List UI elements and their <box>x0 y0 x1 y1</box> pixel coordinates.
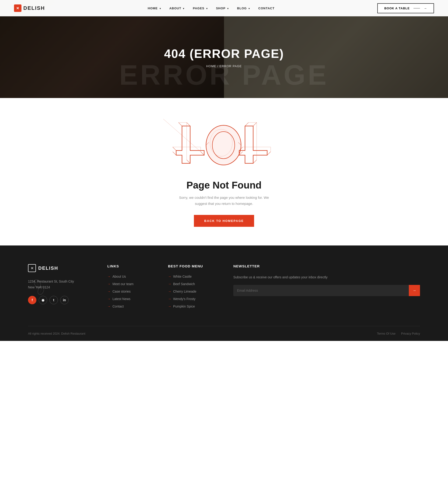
link-contact[interactable]: → Contact <box>107 305 154 308</box>
svg-line-16 <box>245 122 248 126</box>
list-item: → Meet our team <box>107 282 154 286</box>
twitter-icon[interactable]: t <box>49 296 58 304</box>
list-item: → Case stories <box>107 289 154 293</box>
footer-links-list: → About Us → Meet our team → Case storie… <box>107 275 154 308</box>
arrow-icon: → <box>168 289 171 293</box>
list-item: → Contact <box>107 305 154 308</box>
svg-line-2 <box>187 122 190 126</box>
email-form: → <box>233 285 420 296</box>
footer: ✕ DELISH 1234, Restaurant St, South City… <box>0 245 448 341</box>
back-to-homepage-button[interactable]: BACK TO HOMEPAGE <box>194 215 254 227</box>
footer-logo-text: DELISH <box>38 265 58 271</box>
nav-about[interactable]: ABOUT ▾ <box>169 7 184 10</box>
list-item: → Wendy's Frosty <box>168 297 219 301</box>
breadcrumb-sep: / <box>217 64 219 68</box>
footer-col-newsletter: NEWSLETTER Subscribe us & receive our of… <box>233 264 420 312</box>
arrow-icon: → <box>107 282 111 286</box>
menu-beef-sandwich[interactable]: → Beef Sandwich <box>168 282 219 286</box>
link-latest-news[interactable]: → Latest News <box>107 297 154 301</box>
terms-link[interactable]: Terms Of Use <box>377 332 395 335</box>
link-meet-team[interactable]: → Meet our team <box>107 282 154 286</box>
svg-line-17 <box>253 122 257 126</box>
arrow-icon: → <box>107 275 111 278</box>
arrow-icon: → <box>168 275 171 278</box>
list-item: → About Us <box>107 275 154 278</box>
nav-blog[interactable]: BLOG ▾ <box>237 7 250 10</box>
newsletter-description: Subscribe us & receive our offers and up… <box>233 275 420 280</box>
breadcrumb: HOME / ERROR PAGE <box>206 64 242 68</box>
hero-title: 404 (ERROR PAGE) <box>164 47 284 61</box>
logo-text: DELISH <box>23 5 45 11</box>
footer-col-menu: BEST FOOD MENU → White Castle → Beef San… <box>168 264 219 312</box>
privacy-link[interactable]: Privacy Policy <box>401 332 420 335</box>
link-about-us[interactable]: → About Us <box>107 275 154 278</box>
main-nav: HOME ▾ ABOUT ▾ PAGES ▾ SHOP ▾ BLOG ▾ CON… <box>148 7 275 10</box>
breadcrumb-home: HOME <box>206 64 216 68</box>
arrow-icon: → <box>168 305 171 308</box>
linkedin-icon[interactable]: in <box>60 296 69 304</box>
svg-line-23 <box>36 280 39 287</box>
menu-wendys-frosty[interactable]: → Wendy's Frosty <box>168 297 219 301</box>
list-item: → Pumpkin Spice <box>168 305 219 308</box>
footer-bottom: All rights received 2024. Delish Restaur… <box>28 326 420 341</box>
error-404-graphic <box>163 117 285 173</box>
nav-shop[interactable]: SHOP ▾ <box>216 7 229 10</box>
nav-pages[interactable]: PAGES ▾ <box>193 7 207 10</box>
footer-logo[interactable]: ✕ DELISH <box>28 264 93 272</box>
arrow-icon: → <box>168 282 171 286</box>
email-submit-button[interactable]: → <box>409 285 420 296</box>
svg-marker-0 <box>176 126 204 163</box>
arrow-icon: → <box>107 289 111 293</box>
svg-marker-15 <box>239 126 267 163</box>
svg-line-6 <box>173 152 176 155</box>
error-title: Page Not Found <box>186 180 262 191</box>
list-item: → White Castle <box>168 275 219 278</box>
footer-col-brand: ✕ DELISH 1234, Restaurant St, South City… <box>28 264 93 312</box>
menu-pumpkin-spice[interactable]: → Pumpkin Spice <box>168 305 219 308</box>
footer-col-links: LINKS → About Us → Meet our team → Case … <box>107 264 154 312</box>
error-404-svg <box>163 117 285 173</box>
button-line <box>413 8 420 9</box>
error-section: Page Not Found Sorry, we couldn't find t… <box>0 98 448 245</box>
nav-home[interactable]: HOME ▾ <box>148 7 161 10</box>
arrow-icon: → <box>168 297 171 301</box>
list-item: → Latest News <box>107 297 154 301</box>
list-item: → Beef Sandwich <box>168 282 219 286</box>
footer-logo-icon: ✕ <box>28 264 36 272</box>
copyright-text: All rights received 2024. Delish Restaur… <box>28 332 85 335</box>
footer-top: ✕ DELISH 1234, Restaurant St, South City… <box>28 264 420 326</box>
menu-cherry-limeade[interactable]: → Cherry Limeade <box>168 289 219 293</box>
newsletter-heading: NEWSLETTER <box>233 264 420 268</box>
menu-white-castle[interactable]: → White Castle <box>168 275 219 278</box>
coffee-beans-icon <box>33 279 47 298</box>
arrow-icon: → <box>107 297 111 301</box>
error-description: Sorry, we couldn't find the page you whe… <box>175 195 273 207</box>
svg-line-25 <box>40 287 42 294</box>
links-heading: LINKS <box>107 264 154 268</box>
logo[interactable]: ✕ DELISH <box>14 4 45 12</box>
arrow-right-icon: → <box>424 7 427 10</box>
list-item: → Cherry Limeade <box>168 289 219 293</box>
svg-line-5 <box>173 147 176 150</box>
arrow-icon: → <box>107 305 111 308</box>
breadcrumb-current: ERROR PAGE <box>220 64 242 68</box>
email-input[interactable] <box>233 285 409 296</box>
menu-heading: BEST FOOD MENU <box>168 264 219 268</box>
link-case-stories[interactable]: → Case stories <box>107 289 154 293</box>
footer-menu-list: → White Castle → Beef Sandwich → Cherry … <box>168 275 219 308</box>
logo-icon: ✕ <box>14 4 21 12</box>
footer-bottom-links: Terms Of Use Privacy Policy <box>377 332 420 335</box>
header: ✕ DELISH HOME ▾ ABOUT ▾ PAGES ▾ SHOP ▾ B… <box>0 0 448 16</box>
book-table-button[interactable]: BOOK A TABLE → <box>377 3 434 13</box>
svg-line-1 <box>178 122 182 126</box>
nav-contact[interactable]: CONTACT <box>258 7 275 10</box>
